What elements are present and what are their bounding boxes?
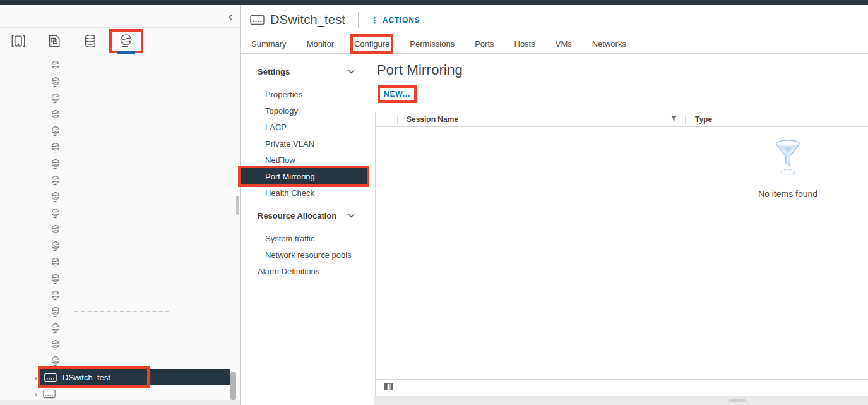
configure-settings-nav: SettingsPropertiesTopologyLACPPrivate VL… xyxy=(241,54,374,405)
content-horizontal-scrollbar-thumb[interactable] xyxy=(729,399,746,402)
tree-item-network[interactable] xyxy=(0,123,240,139)
tab-configure[interactable]: Configure xyxy=(353,37,391,51)
filter-icon[interactable] xyxy=(670,115,677,124)
tree-horizontal-scrollbar-track[interactable] xyxy=(0,400,240,405)
dswitch-node[interactable]: DSwitch_test xyxy=(40,369,147,385)
network-globe-icon xyxy=(51,323,61,334)
window-top-bar xyxy=(0,0,868,5)
tree-item-network[interactable] xyxy=(0,238,240,254)
settings-item-system-traffic[interactable]: System traffic xyxy=(241,230,374,246)
tab-permissions[interactable]: Permissions xyxy=(408,37,456,51)
nav-tab-hosts-and-clusters[interactable] xyxy=(4,32,33,51)
settings-item-topology[interactable]: Topology xyxy=(241,102,374,119)
selection-column-header xyxy=(376,115,398,124)
collapse-panel-button[interactable]: ‹ xyxy=(229,11,232,22)
tree-vertical-scrollbar[interactable] xyxy=(230,372,236,401)
tree-item-network[interactable] xyxy=(0,320,240,336)
tree-selected-row[interactable]: DSwitch_test xyxy=(40,369,230,385)
tab-networks[interactable]: Networks xyxy=(591,37,627,51)
settings-item-netflow[interactable]: NetFlow xyxy=(241,152,374,168)
tree-item-network[interactable] xyxy=(0,353,240,369)
tree-item-network[interactable] xyxy=(0,270,240,287)
network-globe-icon xyxy=(51,191,61,202)
settings-section-settings[interactable]: Settings xyxy=(241,63,374,80)
settings-item-properties[interactable]: Properties xyxy=(241,86,374,102)
column-selector-button[interactable] xyxy=(384,382,394,393)
network-globe-icon xyxy=(51,175,61,186)
tree-item-network[interactable] xyxy=(0,90,240,106)
tree-item-dswitch[interactable]: › DSwitch_test xyxy=(0,369,240,385)
chevron-down-icon xyxy=(348,70,355,74)
funnel-empty-icon xyxy=(772,172,804,181)
session-name-column-header[interactable]: Session Name xyxy=(398,115,686,124)
tree-item-network[interactable] xyxy=(0,57,240,73)
tree-item-label: DSwitch_test xyxy=(62,373,110,382)
main-area: DSwitch_test ⋮ ACTIONS SummaryMonitorCon… xyxy=(241,5,868,405)
networking-icon xyxy=(118,33,134,49)
tree-item-network[interactable] xyxy=(0,155,240,172)
network-globe-icon xyxy=(51,60,61,71)
new-session-button[interactable]: NEW... xyxy=(380,88,414,100)
dswitch-icon xyxy=(44,373,57,382)
tree-item-network[interactable] xyxy=(0,73,240,90)
tab-monitor[interactable]: Monitor xyxy=(306,37,335,51)
vms-and-templates-icon xyxy=(47,33,62,49)
chevron-down-icon xyxy=(348,214,355,218)
navigator-collapse-bar: ‹ xyxy=(0,5,240,28)
section-label: Resource Allocation xyxy=(258,211,336,221)
tree-item-network[interactable] xyxy=(0,221,240,238)
settings-item-health-check[interactable]: Health Check xyxy=(241,184,374,201)
object-navigator-panel: ‹ › DSwitch_test › xyxy=(0,5,241,405)
tree-item-network[interactable] xyxy=(0,188,240,205)
settings-section-resource-allocation[interactable]: Resource Allocation xyxy=(241,207,374,224)
settings-item-port-mirroring[interactable]: Port Mirroring xyxy=(241,168,367,184)
port-mirroring-table: Session Name Type xyxy=(375,112,868,396)
tree-item-network[interactable] xyxy=(0,254,240,270)
tree-item-network[interactable] xyxy=(0,106,240,123)
network-globe-icon xyxy=(51,109,61,120)
settings-item-private-vlan[interactable]: Private VLAN xyxy=(241,135,374,152)
empty-state: No items found xyxy=(737,137,838,199)
type-column-header[interactable]: Type xyxy=(686,115,868,124)
network-globe-icon xyxy=(51,159,61,169)
actions-menu-button[interactable]: ⋮ ACTIONS xyxy=(370,16,420,25)
header-divider xyxy=(358,12,359,28)
nav-tab-storage[interactable] xyxy=(76,32,105,51)
tree-item-network[interactable] xyxy=(0,287,240,303)
section-title: Port Mirroring xyxy=(377,62,868,78)
settings-item-lacp[interactable]: LACP xyxy=(241,119,374,135)
nav-tab-networking[interactable] xyxy=(112,32,141,51)
network-globe-icon xyxy=(51,76,61,87)
expand-chevron-icon[interactable]: › xyxy=(32,389,40,399)
network-globe-icon xyxy=(51,208,61,219)
tree-item-dswitch[interactable]: › xyxy=(0,385,240,400)
tab-hosts[interactable]: Hosts xyxy=(513,37,537,51)
network-inventory-tree: › DSwitch_test › xyxy=(0,56,240,400)
table-body: No items found xyxy=(376,127,868,379)
tree-item-network[interactable] xyxy=(0,139,240,155)
panel-resize-handle[interactable] xyxy=(236,196,239,215)
settings-item-network-resource-pools[interactable]: Network resource pools xyxy=(241,246,374,263)
content-horizontal-scrollbar-track[interactable] xyxy=(374,396,868,405)
page-object-title: DSwitch_test xyxy=(270,13,345,27)
network-globe-icon xyxy=(51,339,61,350)
tab-ports[interactable]: Ports xyxy=(473,37,495,51)
network-globe-icon xyxy=(51,224,61,235)
network-globe-icon xyxy=(51,126,61,136)
nav-tab-vms-and-templates[interactable] xyxy=(40,32,69,51)
tab-summary[interactable]: Summary xyxy=(250,37,288,51)
inventory-type-tabs xyxy=(0,28,240,54)
empty-state-message: No items found xyxy=(737,189,838,199)
object-tab-bar: SummaryMonitorConfigurePermissionsPortsH… xyxy=(241,35,868,54)
expand-chevron-icon[interactable]: › xyxy=(32,373,40,382)
tab-vms[interactable]: VMs xyxy=(554,37,573,51)
tree-item-network[interactable] xyxy=(0,172,240,188)
settings-item-alarm-definitions[interactable]: Alarm Definitions xyxy=(241,263,374,279)
tree-item-network[interactable] xyxy=(0,336,240,353)
tree-item-network[interactable] xyxy=(0,205,240,221)
object-header: DSwitch_test ⋮ ACTIONS xyxy=(241,5,868,35)
actions-menu-icon: ⋮ xyxy=(370,16,379,25)
network-globe-icon xyxy=(51,241,61,251)
dswitch-icon xyxy=(250,15,265,25)
type-label: Type xyxy=(695,115,712,124)
